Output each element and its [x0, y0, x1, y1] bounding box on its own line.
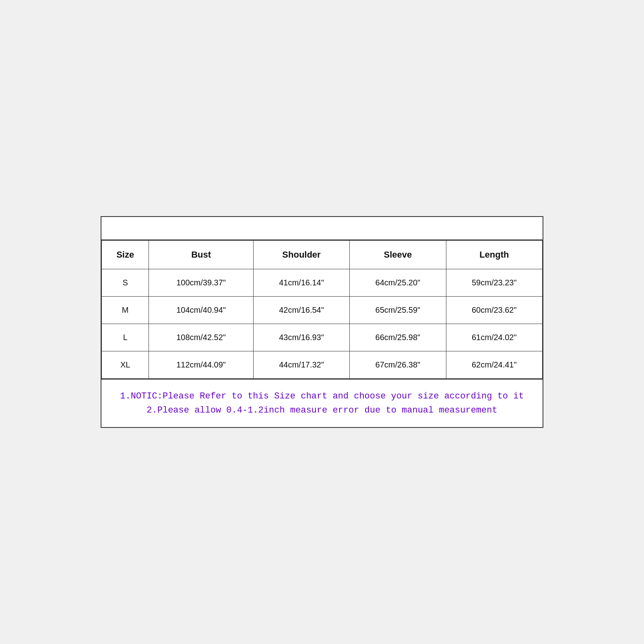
- table-row: L108cm/42.52"43cm/16.93"66cm/25.98"61cm/…: [102, 324, 543, 351]
- table-row: XL112cm/44.09"44cm/17.32"67cm/26.38"62cm…: [102, 351, 543, 378]
- cell-size: M: [102, 296, 149, 324]
- note-1: 1.NOTIC:Please Refer to this Size chart …: [114, 389, 530, 403]
- table-header-row: Size Bust Shoulder Sleeve Length: [102, 240, 543, 269]
- cell-bust: 112cm/44.09": [149, 351, 253, 378]
- note-2: 2.Please allow 0.4-1.2inch measure error…: [114, 403, 530, 417]
- col-header-length: Length: [446, 240, 542, 269]
- cell-bust: 108cm/42.52": [149, 324, 253, 351]
- cell-sleeve: 64cm/25.20": [350, 269, 446, 296]
- cell-length: 62cm/24.41": [446, 351, 542, 378]
- size-chart-container: Size Bust Shoulder Sleeve Length S100cm/…: [101, 216, 543, 428]
- cell-length: 60cm/23.62": [446, 296, 542, 324]
- cell-length: 59cm/23.23": [446, 269, 542, 296]
- cell-size: L: [102, 324, 149, 351]
- cell-sleeve: 65cm/25.59": [350, 296, 446, 324]
- table-row: M104cm/40.94"42cm/16.54"65cm/25.59"60cm/…: [102, 296, 543, 324]
- notes-section: 1.NOTIC:Please Refer to this Size chart …: [101, 379, 543, 427]
- col-header-bust: Bust: [149, 240, 253, 269]
- col-header-shoulder: Shoulder: [253, 240, 349, 269]
- cell-bust: 100cm/39.37": [149, 269, 253, 296]
- table-row: S100cm/39.37"41cm/16.14"64cm/25.20"59cm/…: [102, 269, 543, 296]
- col-header-size: Size: [102, 240, 149, 269]
- cell-shoulder: 41cm/16.14": [253, 269, 349, 296]
- cell-length: 61cm/24.02": [446, 324, 542, 351]
- cell-shoulder: 42cm/16.54": [253, 296, 349, 324]
- cell-shoulder: 43cm/16.93": [253, 324, 349, 351]
- cell-size: XL: [102, 351, 149, 378]
- cell-sleeve: 67cm/26.38": [350, 351, 446, 378]
- col-header-sleeve: Sleeve: [350, 240, 446, 269]
- cell-shoulder: 44cm/17.32": [253, 351, 349, 378]
- size-table: Size Bust Shoulder Sleeve Length S100cm/…: [101, 240, 543, 379]
- chart-title-row: [101, 217, 543, 240]
- cell-bust: 104cm/40.94": [149, 296, 253, 324]
- cell-size: S: [102, 269, 149, 296]
- page-wrapper: Size Bust Shoulder Sleeve Length S100cm/…: [0, 0, 644, 644]
- cell-sleeve: 66cm/25.98": [350, 324, 446, 351]
